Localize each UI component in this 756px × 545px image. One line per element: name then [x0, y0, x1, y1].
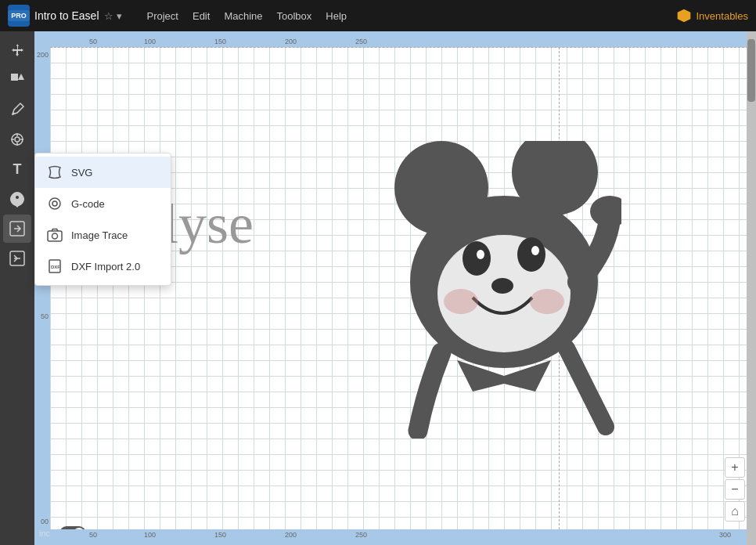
ruler-top-200: 200	[285, 38, 297, 45]
svg-point-28	[444, 289, 478, 314]
ruler-bottom-end: 300	[719, 531, 731, 539]
move-icon	[9, 42, 25, 58]
svg-point-10	[16, 196, 19, 199]
import-gcode-label: G-code	[71, 198, 105, 210]
import-image-trace-label: Image Trace	[71, 229, 128, 241]
import-dropdown: SVG G-code Image Trace	[34, 153, 171, 286]
pen-icon	[9, 102, 25, 117]
sidebar-item-apps[interactable]	[3, 185, 31, 213]
svg-point-23	[463, 241, 491, 276]
title-actions: ☆ ▾	[104, 10, 122, 22]
svg-point-27	[491, 278, 513, 294]
svg-point-22	[437, 235, 571, 352]
scroll-thumb[interactable]	[747, 39, 755, 102]
ruler-top-50: 50	[89, 38, 97, 45]
nav-project[interactable]: Project	[147, 10, 178, 22]
shapes-icon	[9, 72, 25, 88]
sidebar-item-text[interactable]: T	[3, 155, 31, 183]
ruler-top: 50 100 150 200 250	[50, 31, 747, 47]
svg-point-3	[13, 113, 15, 115]
nav-edit[interactable]: Edit	[193, 10, 210, 22]
ruler-top-250: 250	[355, 38, 367, 45]
inventables-label: Inventables	[697, 10, 749, 22]
svg-marker-0	[677, 9, 690, 23]
import-menu-svg[interactable]: SVG	[35, 157, 171, 188]
nav-help[interactable]: Help	[326, 10, 347, 22]
camera-icon	[46, 226, 63, 244]
import-menu-gcode[interactable]: G-code	[35, 188, 171, 219]
ruler-left-0: 00	[41, 518, 49, 525]
ruler-bottom-200: 200	[285, 531, 297, 539]
ruler-top-150: 150	[214, 38, 226, 45]
svg-point-30	[590, 196, 621, 227]
svg-point-24	[517, 237, 545, 272]
ruler-bottom-250: 250	[355, 531, 367, 539]
mickey-image	[379, 141, 621, 442]
ruler-left-50: 50	[41, 312, 49, 320]
dxf-icon: DXF	[46, 258, 63, 275]
canvas-area[interactable]: 200 100 50 00 50 100 150 200 250 Elyse	[34, 31, 756, 545]
grid-canvas[interactable]: Elyse	[50, 47, 756, 529]
zoom-out-button[interactable]: −	[725, 479, 745, 500]
import-icon	[9, 220, 26, 237]
target-icon	[9, 132, 25, 147]
apps-icon	[9, 190, 26, 208]
svg-rect-1	[11, 74, 18, 81]
svg-point-21	[410, 196, 598, 368]
sidebar-item-export[interactable]	[3, 244, 31, 272]
ruler-left: 200 100 50 00	[34, 47, 50, 529]
gcode-icon	[46, 195, 63, 212]
text-icon: T	[13, 161, 22, 178]
chevron-icon[interactable]: ▾	[117, 10, 122, 22]
svg-point-19	[394, 141, 488, 235]
zoom-home-button[interactable]: ⌂	[725, 501, 745, 522]
sidebar-item-pen[interactable]	[3, 96, 31, 124]
scrollbar-right[interactable]	[747, 31, 756, 545]
svg-rect-15	[48, 231, 62, 241]
svg-point-5	[15, 137, 20, 142]
svg-point-16	[52, 233, 58, 239]
ruler-bottom-100: 100	[144, 531, 156, 539]
zoom-in-button[interactable]: +	[725, 457, 745, 478]
nav-toolbox[interactable]: Toolbox	[277, 10, 312, 22]
sidebar-item-center[interactable]	[3, 125, 31, 153]
canvas-right-border	[559, 47, 560, 529]
star-icon[interactable]: ☆	[104, 10, 113, 22]
import-svg-label: SVG	[71, 167, 92, 179]
canvas-top-border	[50, 47, 756, 48]
logo-area: PRO Intro to Easel ☆ ▾	[8, 5, 122, 27]
svg-text:DXF: DXF	[51, 265, 60, 269]
sidebar-item-move[interactable]	[3, 36, 31, 64]
app-title: Intro to Easel	[34, 9, 99, 22]
export-icon	[9, 250, 26, 267]
import-menu-dxf[interactable]: DXF DXF Import 2.0	[35, 251, 171, 282]
zoom-controls: + − ⌂	[725, 457, 745, 522]
ruler-left-200: 200	[37, 51, 49, 59]
import-dxf-label: DXF Import 2.0	[71, 261, 140, 272]
pro-badge: PRO	[8, 10, 30, 21]
sidebar: T	[0, 31, 34, 545]
main-layout: T	[0, 31, 756, 545]
svg-point-25	[477, 250, 484, 259]
ruler-top-100: 100	[144, 38, 156, 45]
svg-point-26	[531, 246, 539, 255]
import-menu-image-trace[interactable]: Image Trace	[35, 219, 171, 251]
nav-machine[interactable]: Machine	[224, 10, 262, 22]
inventables-icon	[676, 8, 692, 23]
app-logo: PRO	[8, 5, 30, 27]
sidebar-item-import[interactable]	[3, 215, 31, 243]
svg-point-13	[49, 198, 60, 209]
nav-menu: Project Edit Machine Toolbox Help	[147, 10, 347, 22]
svg-marker-2	[18, 74, 24, 80]
ruler-bottom-50: 50	[89, 531, 97, 539]
ruler-bottom-150: 150	[214, 531, 226, 539]
svg-point-14	[52, 201, 57, 206]
sidebar-item-shapes[interactable]	[3, 66, 31, 94]
topbar: PRO Intro to Easel ☆ ▾ Project Edit Mach…	[0, 0, 756, 31]
inventables-button[interactable]: Inventables	[676, 8, 749, 23]
svg-point-20	[512, 141, 598, 215]
ruler-bottom: 50 100 150 200 250 300	[50, 529, 747, 545]
svg-icon	[46, 164, 63, 181]
